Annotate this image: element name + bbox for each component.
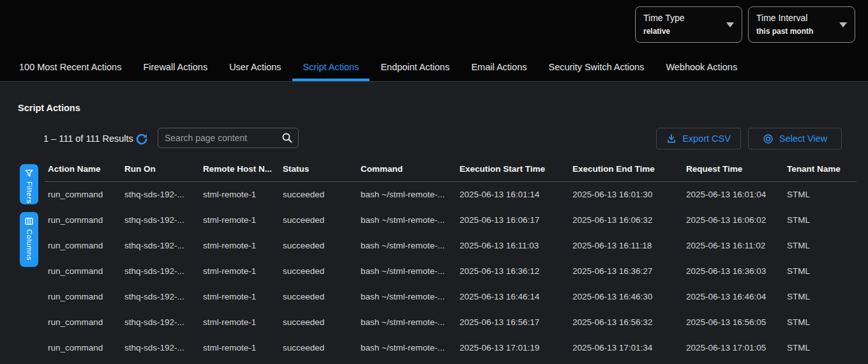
column-header-request-time[interactable]: Request Time	[683, 164, 784, 182]
tab-firewall-actions[interactable]: Firewall Actions	[132, 54, 218, 81]
table-cell: succeeded	[280, 233, 357, 259]
table-cell: bash ~/stml-remote-...	[357, 335, 456, 361]
column-header-status[interactable]: Status	[280, 164, 357, 182]
table-cell: stml-remote-1	[200, 259, 280, 284]
table-cell: STML	[784, 233, 857, 259]
table-cell: run_command	[45, 310, 121, 335]
columns-label: Columns	[26, 229, 33, 261]
table-row[interactable]: run_commandsthq-sds-192-...stml-remote-1…	[45, 310, 857, 335]
filter-icon	[24, 169, 34, 178]
table-cell: succeeded	[280, 284, 357, 310]
table-cell: 2025-06-13 16:36:12	[456, 259, 569, 284]
column-header-execution-start-time[interactable]: Execution Start Time	[456, 164, 569, 182]
tab-security-switch-actions[interactable]: Security Switch Actions	[537, 54, 655, 81]
table-cell: succeeded	[280, 310, 357, 335]
refresh-icon[interactable]	[135, 133, 148, 146]
tab-bar: 100 Most Recent Actions Firewall Actions…	[8, 54, 748, 81]
table-cell: 2025-06-13 16:11:02	[683, 233, 784, 259]
tab-script-actions[interactable]: Script Actions	[292, 54, 370, 81]
table-cell: succeeded	[280, 259, 357, 284]
table-cell: 2025-06-13 16:01:14	[456, 182, 569, 208]
column-header-remote-host-name[interactable]: Remote Host N...	[200, 164, 280, 182]
actions-table: Action Name Run On Remote Host N... Stat…	[45, 164, 857, 361]
tab-webhook-actions[interactable]: Webhook Actions	[655, 54, 748, 81]
time-type-value: relative	[643, 26, 722, 37]
table-cell: succeeded	[280, 335, 357, 361]
table-cell: stml-remote-1	[200, 182, 280, 208]
table-row[interactable]: run_commandsthq-sds-192-...stml-remote-1…	[45, 233, 857, 259]
table-cell: sthq-sds-192-...	[121, 208, 200, 233]
script-actions-screen: Time Type relative Time Interval this pa…	[0, 0, 868, 364]
download-icon	[666, 133, 677, 144]
main-content: Script Actions 1 – 111 of 111 Results	[0, 82, 868, 364]
tab-user-actions[interactable]: User Actions	[218, 54, 292, 81]
top-bar: Time Type relative Time Interval this pa…	[0, 0, 868, 82]
column-header-tenant-name[interactable]: Tenant Name	[784, 164, 857, 182]
table-cell: sthq-sds-192-...	[121, 284, 200, 310]
table-cell: 2025-06-13 17:01:34	[569, 335, 683, 361]
table-body: run_commandsthq-sds-192-...stml-remote-1…	[45, 182, 857, 361]
filters-button[interactable]: Filters	[20, 164, 38, 204]
column-header-action-name[interactable]: Action Name	[45, 164, 121, 182]
table-cell: bash ~/stml-remote-...	[357, 284, 456, 310]
table-cell: bash ~/stml-remote-...	[357, 310, 456, 335]
table-cell: 2025-06-13 16:11:18	[569, 233, 683, 259]
table-cell: succeeded	[280, 182, 357, 208]
time-interval-label: Time Interval	[756, 11, 835, 24]
table-cell: 2025-06-13 16:46:04	[683, 284, 784, 310]
table-cell: 2025-06-13 16:01:30	[569, 182, 683, 208]
table-cell: bash ~/stml-remote-...	[357, 182, 456, 208]
table-row[interactable]: run_commandsthq-sds-192-...stml-remote-1…	[45, 284, 857, 310]
table-cell: stml-remote-1	[200, 208, 280, 233]
tab-email-actions[interactable]: Email Actions	[460, 54, 537, 81]
table-cell: 2025-06-13 16:46:30	[569, 284, 683, 310]
table-cell: 2025-06-13 16:36:03	[683, 259, 784, 284]
table-cell: STML	[784, 208, 857, 233]
table-cell: sthq-sds-192-...	[121, 259, 200, 284]
table-cell: 2025-06-13 16:36:27	[569, 259, 683, 284]
table-cell: run_command	[45, 284, 121, 310]
table-cell: bash ~/stml-remote-...	[357, 233, 456, 259]
table-row[interactable]: run_commandsthq-sds-192-...stml-remote-1…	[45, 335, 857, 361]
table-row[interactable]: run_commandsthq-sds-192-...stml-remote-1…	[45, 208, 857, 233]
table-cell: STML	[784, 284, 857, 310]
table-cell: 2025-06-13 16:01:04	[683, 182, 784, 208]
table-cell: bash ~/stml-remote-...	[357, 259, 456, 284]
search-input[interactable]	[165, 133, 281, 143]
table-cell: sthq-sds-192-...	[121, 335, 200, 361]
table-cell: succeeded	[280, 208, 357, 233]
column-header-execution-end-time[interactable]: Execution End Time	[569, 164, 683, 182]
select-view-button[interactable]: Select View	[748, 128, 842, 149]
table-cell: run_command	[45, 335, 121, 361]
table-cell: 2025-06-13 16:56:32	[569, 310, 683, 335]
table-cell: 2025-06-13 17:01:19	[456, 335, 569, 361]
table-cell: sthq-sds-192-...	[121, 233, 200, 259]
select-view-label: Select View	[779, 133, 828, 144]
table-cell: stml-remote-1	[200, 284, 280, 310]
export-csv-button[interactable]: Export CSV	[656, 128, 741, 149]
eye-icon	[763, 133, 774, 144]
table-row[interactable]: run_commandsthq-sds-192-...stml-remote-1…	[45, 182, 857, 208]
columns-button[interactable]: Columns	[20, 212, 38, 267]
table-cell: 2025-06-13 16:56:05	[683, 310, 784, 335]
table-cell: sthq-sds-192-...	[121, 310, 200, 335]
table-cell: stml-remote-1	[200, 233, 280, 259]
table-cell: 2025-06-13 16:06:17	[456, 208, 569, 233]
time-type-dropdown[interactable]: Time Type relative	[635, 6, 742, 43]
table-cell: run_command	[45, 259, 121, 284]
results-count: 1 – 111 of 111 Results	[43, 133, 133, 144]
table-header-row: Action Name Run On Remote Host N... Stat…	[45, 164, 857, 182]
table-cell: stml-remote-1	[200, 335, 280, 361]
search-box	[158, 128, 299, 148]
time-interval-dropdown[interactable]: Time Interval this past month	[748, 6, 855, 43]
column-header-command[interactable]: Command	[357, 164, 456, 182]
table-cell: STML	[784, 259, 857, 284]
table-cell: 2025-06-13 16:11:03	[456, 233, 569, 259]
filters-label: Filters	[26, 181, 33, 204]
column-header-run-on[interactable]: Run On	[121, 164, 200, 182]
tab-100-most-recent-actions[interactable]: 100 Most Recent Actions	[8, 54, 132, 81]
table-row[interactable]: run_commandsthq-sds-192-...stml-remote-1…	[45, 259, 857, 284]
tab-endpoint-actions[interactable]: Endpoint Actions	[370, 54, 460, 81]
table-cell: STML	[784, 335, 857, 361]
table-cell: STML	[784, 182, 857, 208]
